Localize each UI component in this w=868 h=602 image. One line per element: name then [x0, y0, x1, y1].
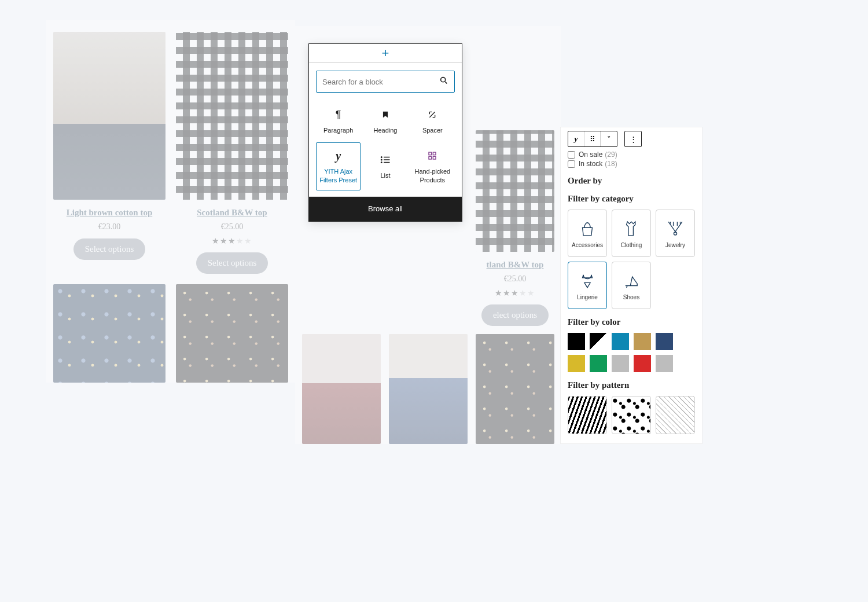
block-inserter-popover: + ¶ Paragraph Heading Space	[308, 43, 462, 222]
svg-rect-10	[429, 157, 432, 160]
svg-point-12	[674, 232, 676, 234]
svg-point-6	[381, 160, 382, 161]
svg-line-1	[445, 82, 447, 83]
block-toolbar: y ⠿ ˅	[568, 131, 617, 147]
product-image	[176, 32, 288, 200]
filters-sidebar: y ⠿ ˅ ⋮ On sale(29) In stock(18) Order b…	[561, 127, 702, 443]
search-icon	[439, 76, 448, 87]
color-swatch-yellow[interactable]	[568, 355, 585, 372]
product-card	[389, 334, 468, 444]
svg-point-0	[441, 78, 446, 82]
product-image	[53, 32, 165, 200]
block-spacer[interactable]: Spacer	[410, 102, 455, 140]
svg-point-7	[381, 162, 382, 163]
product-image	[389, 334, 468, 444]
on-sale-checkbox[interactable]: On sale(29)	[568, 150, 695, 159]
block-heading[interactable]: Heading	[363, 102, 407, 140]
product-image	[476, 130, 554, 252]
bookmark-icon	[381, 108, 389, 122]
product-card	[176, 284, 288, 383]
category-shoes[interactable]: Shoes	[612, 262, 651, 309]
color-swatch-black[interactable]	[568, 333, 585, 350]
category-accessories[interactable]: Accessories	[568, 210, 607, 257]
paragraph-icon: ¶	[336, 108, 341, 122]
color-swatch-teal[interactable]	[612, 333, 629, 350]
color-swatch-tan[interactable]	[634, 333, 651, 350]
product-rating: ★★★★★	[476, 288, 554, 298]
select-options-button[interactable]: elect options	[481, 304, 549, 326]
browse-all-button[interactable]: Browse all	[309, 197, 462, 221]
product-card: Scotland B&W top €25.00 ★★★★★ Select opt…	[176, 32, 288, 274]
block-list[interactable]: List	[363, 142, 407, 190]
color-swatch-bw[interactable]	[590, 333, 607, 350]
color-swatch-grey[interactable]	[612, 355, 629, 372]
product-rating: ★★★★★	[176, 236, 288, 245]
yith-icon: y	[336, 149, 341, 163]
product-image	[176, 284, 288, 383]
yith-icon[interactable]: y	[568, 131, 584, 146]
color-swatch-red[interactable]	[634, 355, 651, 372]
search-input[interactable]	[322, 78, 439, 86]
chevron-down-icon[interactable]: ˅	[601, 131, 617, 146]
pattern-swatch-zebra[interactable]	[568, 396, 607, 434]
product-price: €25.00	[176, 222, 288, 232]
product-title[interactable]: Scotland B&W top	[176, 208, 288, 218]
product-card	[53, 284, 165, 383]
svg-rect-8	[429, 152, 432, 155]
product-card: tland B&W top €25.00 ★★★★★ elect options	[476, 130, 554, 326]
filter-pattern-heading: Filter by pattern	[568, 380, 695, 390]
product-image	[302, 334, 381, 444]
category-jewelry[interactable]: Jewelry	[656, 210, 695, 257]
block-more-toolbar: ⋮	[624, 131, 642, 147]
block-handpicked-products[interactable]: Hand-picked Products	[410, 142, 455, 190]
block-paragraph[interactable]: ¶ Paragraph	[316, 102, 361, 140]
select-options-button[interactable]: Select options	[73, 238, 146, 260]
product-price: €23.00	[53, 222, 165, 232]
block-search-input[interactable]	[316, 71, 455, 93]
svg-rect-11	[433, 157, 436, 160]
category-clothing[interactable]: Clothing	[612, 210, 651, 257]
color-swatch-green[interactable]	[590, 355, 607, 372]
svg-point-5	[381, 157, 382, 158]
color-swatch-lightgrey[interactable]	[656, 355, 673, 372]
pattern-swatch-floral[interactable]	[612, 396, 651, 434]
product-card	[302, 334, 381, 444]
product-image	[476, 334, 554, 444]
more-icon[interactable]: ⋮	[625, 131, 641, 146]
grid-icon	[428, 149, 437, 163]
product-card	[476, 334, 554, 444]
product-image	[53, 284, 165, 383]
svg-rect-9	[433, 152, 436, 155]
product-card: Light brown cotton top €23.00 Select opt…	[53, 32, 165, 274]
order-by-heading: Order by	[568, 176, 695, 186]
filter-color-heading: Filter by color	[568, 317, 695, 327]
resize-icon	[428, 108, 437, 122]
pattern-swatch-stripe[interactable]	[656, 396, 695, 434]
category-lingerie[interactable]: Lingerie	[568, 262, 607, 309]
product-title[interactable]: Light brown cotton top	[53, 208, 165, 218]
filter-category-heading: Filter by category	[568, 194, 695, 204]
list-icon	[380, 153, 391, 167]
in-stock-checkbox[interactable]: In stock(18)	[568, 160, 695, 168]
block-yith-ajax-filters[interactable]: y YITH Ajax Filters Preset	[316, 142, 361, 190]
drag-handle-icon[interactable]: ⠿	[584, 131, 601, 146]
product-title[interactable]: tland B&W top	[476, 260, 554, 270]
select-options-button[interactable]: Select options	[196, 252, 269, 274]
product-price: €25.00	[476, 274, 554, 284]
color-swatch-navy[interactable]	[656, 333, 673, 350]
product-grid-left: Light brown cotton top €23.00 Select opt…	[46, 20, 295, 383]
add-block-button[interactable]: +	[309, 44, 462, 63]
